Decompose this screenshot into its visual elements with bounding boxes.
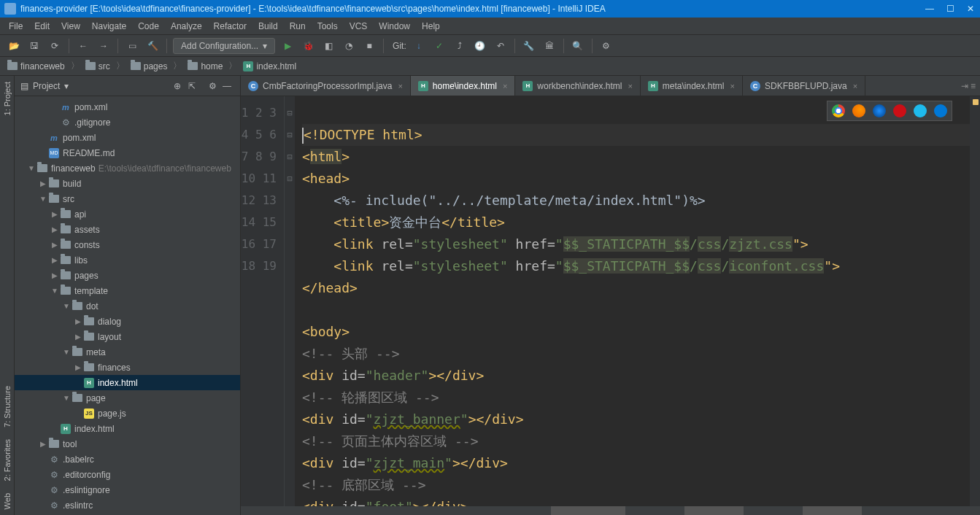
stripe-structure[interactable]: 7: Structure: [1, 380, 13, 433]
breadcrumb-item[interactable]: pages: [128, 60, 171, 73]
search-everywhere-icon[interactable]: 🔍: [570, 38, 586, 54]
stripe-web[interactable]: Web: [1, 487, 13, 515]
warning-marker[interactable]: [973, 99, 979, 105]
tree-twistie[interactable]: ▼: [26, 164, 36, 172]
project-tree[interactable]: mpom.xml⚙.gitignorempom.xmlMDREADME.md▼f…: [15, 96, 240, 515]
tree-twistie[interactable]: ▼: [61, 302, 72, 310]
menu-code[interactable]: Code: [132, 19, 165, 34]
editor-tab[interactable]: Hmeta\index.html×: [641, 76, 743, 96]
editor-tab[interactable]: CSDKFBBFLUPD.java×: [743, 76, 865, 96]
breadcrumb-item[interactable]: financeweb: [4, 60, 68, 73]
fold-gutter[interactable]: ⊟ ⊟ ⊟ ⊟: [285, 96, 295, 506]
vcs-history-icon[interactable]: 🕘: [472, 38, 488, 54]
tab-close-icon[interactable]: ×: [628, 82, 632, 90]
menu-run[interactable]: Run: [284, 19, 312, 34]
menu-view[interactable]: View: [55, 19, 86, 34]
build-project-icon[interactable]: 🔨: [144, 38, 161, 54]
firefox-icon[interactable]: [852, 104, 865, 117]
breadcrumb-item[interactable]: home: [185, 60, 225, 73]
tree-twistie[interactable]: ▶: [50, 210, 60, 218]
tab-close-icon[interactable]: ×: [853, 82, 857, 90]
editor-tab[interactable]: Hworkbench\index.html×: [515, 76, 641, 96]
menu-refactor[interactable]: Refactor: [208, 19, 252, 34]
breadcrumb-item[interactable]: Hindex.html: [240, 60, 299, 73]
tree-twistie[interactable]: ▼: [50, 287, 60, 295]
menu-window[interactable]: Window: [373, 19, 416, 34]
editor-tab[interactable]: Hhome\index.html×: [411, 76, 515, 96]
tree-row[interactable]: ▼dot: [15, 298, 240, 314]
tree-twistie[interactable]: ▶: [73, 333, 83, 341]
tree-row[interactable]: ⚙.babelrc: [15, 452, 240, 467]
tree-twistie[interactable]: ▶: [50, 256, 60, 264]
line-number-gutter[interactable]: 1 2 3 4 5 6 7 8 9 10 11 12 13 14 15 16 1…: [241, 96, 285, 506]
build-icon[interactable]: ▭: [124, 38, 140, 54]
tree-row[interactable]: ▶finances: [15, 360, 240, 375]
editor-tab[interactable]: CCmbFactoringProcessorImpl.java×: [241, 76, 411, 96]
tree-row[interactable]: ⚙.eslintrc: [15, 497, 240, 513]
tree-row[interactable]: ⚙.editorconfig: [15, 467, 240, 482]
menu-analyze[interactable]: Analyze: [165, 19, 208, 34]
vcs-update-icon[interactable]: ↓: [411, 38, 427, 54]
tree-row[interactable]: ⚙.gitignore: [15, 115, 240, 130]
run-configuration-dropdown[interactable]: Add Configuration... ▾: [173, 38, 275, 54]
ide-settings-icon[interactable]: ⚙: [598, 38, 614, 54]
tree-twistie[interactable]: ▼: [61, 348, 72, 356]
hide-icon[interactable]: —: [220, 81, 234, 91]
tree-twistie[interactable]: ▶: [38, 179, 48, 187]
stripe-project[interactable]: 1: Project: [1, 76, 13, 121]
tree-row[interactable]: ▶pages: [15, 268, 240, 283]
tree-row[interactable]: ▶consts: [15, 237, 240, 252]
tree-twistie[interactable]: ▼: [38, 195, 48, 203]
ie-icon[interactable]: [914, 104, 927, 117]
tab-close-icon[interactable]: ×: [503, 82, 507, 90]
menu-edit[interactable]: Edit: [28, 19, 55, 34]
error-stripe[interactable]: [970, 96, 980, 506]
coverage-icon[interactable]: ◧: [320, 38, 336, 54]
tree-row[interactable]: ▶dialog: [15, 314, 240, 329]
tree-twistie[interactable]: ▶: [73, 363, 83, 371]
tab-close-icon[interactable]: ×: [730, 82, 735, 90]
opera-icon[interactable]: [893, 104, 906, 117]
vcs-revert-icon[interactable]: ↶: [493, 38, 509, 54]
tree-row[interactable]: mpom.xml: [15, 130, 240, 145]
tree-row[interactable]: mpom.xml: [15, 99, 240, 115]
tree-row[interactable]: ▼financewebE:\tools\idea\tdfinance\finan…: [15, 160, 240, 176]
breadcrumb-item[interactable]: src: [82, 60, 113, 73]
tree-row[interactable]: Hindex.html: [15, 421, 240, 436]
menu-tools[interactable]: Tools: [312, 19, 344, 34]
profile-icon[interactable]: ◔: [341, 38, 357, 54]
sync-icon[interactable]: ⟳: [47, 38, 63, 54]
chrome-icon[interactable]: [832, 104, 845, 117]
tree-row[interactable]: ▼src: [15, 191, 240, 206]
tree-twistie[interactable]: ▶: [38, 440, 48, 448]
tree-row[interactable]: ▶build: [15, 176, 240, 191]
tree-row[interactable]: ▼template: [15, 283, 240, 298]
tree-row[interactable]: ▶assets: [15, 222, 240, 237]
tree-twistie[interactable]: ▶: [50, 271, 60, 279]
tree-row[interactable]: MDREADME.md: [15, 145, 240, 160]
code-editor[interactable]: <!DOCTYPE html> <html> <head> <%- includ…: [295, 96, 970, 506]
tree-row[interactable]: JSpage.js: [15, 406, 240, 421]
minimize-button[interactable]: —: [925, 4, 935, 14]
stop-icon[interactable]: ■: [361, 38, 377, 54]
settings-wrench-icon[interactable]: 🔧: [521, 38, 537, 54]
edge-icon[interactable]: [934, 104, 947, 117]
menu-file[interactable]: File: [3, 19, 28, 34]
tree-row[interactable]: ▶layout: [15, 329, 240, 344]
vcs-commit-icon[interactable]: ✓: [431, 38, 447, 54]
debug-icon[interactable]: 🐞: [300, 38, 316, 54]
save-all-icon[interactable]: 🖫: [26, 38, 42, 54]
menu-navigate[interactable]: Navigate: [86, 19, 132, 34]
tree-row[interactable]: Hindex.html: [15, 375, 240, 390]
menu-vcs[interactable]: VCS: [344, 19, 374, 34]
horizontal-scrollbar[interactable]: [241, 506, 980, 515]
tree-row[interactable]: ▶tool: [15, 436, 240, 452]
close-button[interactable]: ✕: [965, 4, 976, 14]
tree-row[interactable]: ▼meta: [15, 344, 240, 360]
safari-icon[interactable]: [873, 104, 886, 117]
tree-twistie[interactable]: ▶: [50, 225, 60, 233]
back-icon[interactable]: ←: [75, 38, 91, 54]
locate-icon[interactable]: ⊕: [170, 81, 185, 91]
gear-icon[interactable]: ⚙: [205, 81, 220, 91]
maximize-button[interactable]: ☐: [945, 4, 955, 14]
